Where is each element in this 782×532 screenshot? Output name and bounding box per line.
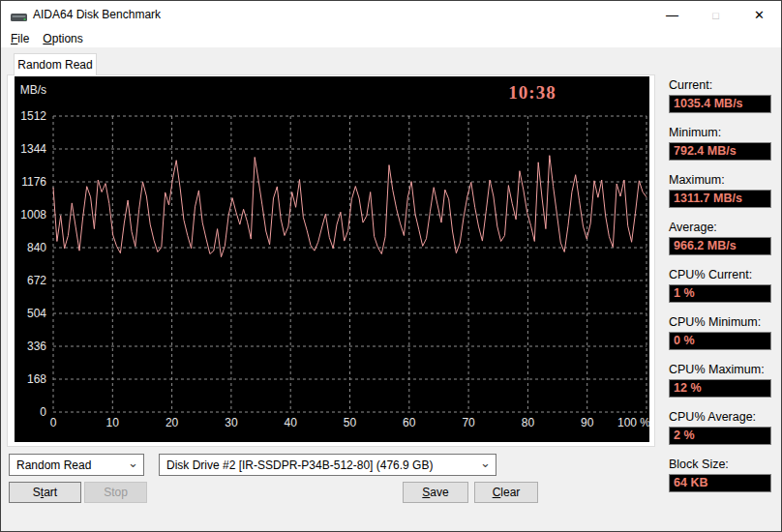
menu-options[interactable]: Options <box>36 31 89 46</box>
stat-label: Maximum: <box>669 173 777 188</box>
stat-cpu-minimum: CPU% Minimum: 0 % <box>669 315 777 350</box>
svg-text:840: 840 <box>27 241 46 254</box>
svg-text:90: 90 <box>581 416 594 429</box>
svg-text:1344: 1344 <box>20 142 46 156</box>
svg-text:70: 70 <box>462 416 475 429</box>
svg-text:60: 60 <box>403 416 416 429</box>
clear-button[interactable]: Clear <box>474 482 538 503</box>
disk-drive-select[interactable]: Disk Drive #2 [IR-SSDPR-P34B-512-80] (47… <box>159 454 496 476</box>
stat-cpu-average: CPU% Average: 2 % <box>669 410 777 445</box>
stat-value-box: 792.4 MB/s <box>669 142 771 161</box>
stats-panel: Current: 1035.4 MB/s Minimum: 792.4 MB/s… <box>669 78 777 505</box>
stat-value-box: 12 % <box>669 379 771 398</box>
svg-text:30: 30 <box>225 416 238 429</box>
benchmark-chart: 0102030405060708090100 %1512134411761008… <box>15 76 649 442</box>
disk-drive-icon <box>11 10 28 27</box>
close-button[interactable]: ✕ <box>737 1 781 29</box>
stat-label: CPU% Maximum: <box>669 363 777 377</box>
menu-bar: File Options <box>1 29 781 47</box>
stat-value-box: 966.2 MB/s <box>669 237 771 255</box>
stat-label: Minimum: <box>669 126 777 140</box>
stat-current: Current: 1035.4 MB/s <box>669 78 777 113</box>
svg-text:504: 504 <box>27 307 46 320</box>
stat-value-box: 0 % <box>669 332 771 350</box>
svg-text:MB/s: MB/s <box>20 83 46 97</box>
title-bar: AIDA64 Disk Benchmark — □ ✕ <box>1 1 781 29</box>
stat-label: CPU% Minimum: <box>669 315 777 330</box>
svg-text:1008: 1008 <box>20 208 46 222</box>
tab-random-read[interactable]: Random Read <box>14 53 97 75</box>
stat-maximum: Maximum: 1311.7 MB/s <box>669 173 777 208</box>
svg-text:0: 0 <box>40 405 46 419</box>
tab-page: 0102030405060708090100 %1512134411761008… <box>7 74 655 447</box>
svg-text:40: 40 <box>285 416 298 429</box>
stat-block-size: Block Size: 64 KB <box>669 458 777 492</box>
stat-value-box: 1035.4 MB/s <box>669 95 771 113</box>
stat-minimum: Minimum: 792.4 MB/s <box>669 126 777 161</box>
svg-text:50: 50 <box>344 416 357 429</box>
chart-time-label: 10:38 <box>484 82 581 103</box>
svg-text:1512: 1512 <box>20 109 46 123</box>
stat-label: Block Size: <box>669 458 777 472</box>
svg-text:80: 80 <box>522 416 535 429</box>
window-title: AIDA64 Disk Benchmark <box>33 8 161 21</box>
stat-label: Average: <box>669 221 777 235</box>
app-window: AIDA64 Disk Benchmark — □ ✕ File Options… <box>0 0 782 532</box>
stat-cpu-maximum: CPU% Maximum: 12 % <box>669 363 777 398</box>
minimize-button[interactable]: — <box>650 1 694 29</box>
chevron-down-icon: ⌄ <box>128 456 138 470</box>
svg-text:672: 672 <box>27 274 46 287</box>
stat-label: CPU% Current: <box>669 268 777 282</box>
chevron-down-icon: ⌄ <box>480 456 491 470</box>
svg-text:20: 20 <box>165 416 179 429</box>
disk-drive-value: Disk Drive #2 [IR-SSDPR-P34B-512-80] (47… <box>166 458 433 472</box>
chart-plot-area: 0102030405060708090100 %1512134411761008… <box>15 76 649 442</box>
stat-value-box: 64 KB <box>669 474 771 492</box>
window-controls: — □ ✕ <box>650 1 781 29</box>
menu-file[interactable]: File <box>4 31 36 46</box>
test-type-select[interactable]: Random Read ⌄ <box>9 454 144 476</box>
stat-average: Average: 966.2 MB/s <box>669 221 777 255</box>
svg-text:100 %: 100 % <box>617 416 649 429</box>
test-type-value: Random Read <box>16 458 91 472</box>
maximize-button: □ <box>694 1 737 29</box>
stat-value-box: 1 % <box>669 284 771 303</box>
svg-text:1176: 1176 <box>21 175 46 189</box>
svg-text:10: 10 <box>106 416 120 429</box>
svg-text:168: 168 <box>27 372 46 386</box>
stop-button: Stop <box>84 482 147 503</box>
stat-value-box: 1311.7 MB/s <box>669 190 771 208</box>
stat-label: Current: <box>669 78 777 93</box>
stat-cpu-current: CPU% Current: 1 % <box>669 268 777 303</box>
svg-text:0: 0 <box>50 416 57 429</box>
start-button[interactable]: Start <box>9 482 81 503</box>
save-button[interactable]: Save <box>403 482 468 503</box>
svg-text:336: 336 <box>27 340 46 353</box>
stat-value-box: 2 % <box>669 427 771 445</box>
stat-label: CPU% Average: <box>669 410 777 425</box>
